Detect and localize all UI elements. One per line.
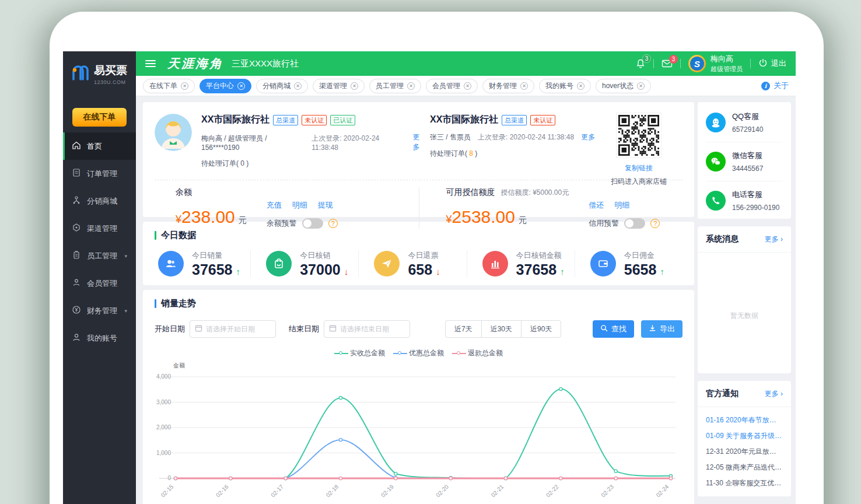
close-icon[interactable]: ✕ xyxy=(294,82,302,90)
range-90d-button[interactable]: 近90天 xyxy=(521,320,561,338)
system-messages-card: 系统消息 更多 › 暂无数据 xyxy=(698,226,791,373)
close-icon[interactable]: ✕ xyxy=(520,82,528,90)
legend-label: 优惠总金额 xyxy=(409,348,444,358)
start-date-field[interactable] xyxy=(190,320,276,338)
notice-item[interactable]: 12-31 2020年元旦放假通知 xyxy=(706,444,783,460)
legend-item-received[interactable]: 实收总金额 xyxy=(334,348,385,358)
chevron-down-icon: ▾ xyxy=(124,308,127,314)
detail-link[interactable]: 明细 xyxy=(614,200,629,211)
logo: 易买票 1230U.COM xyxy=(63,51,136,96)
notice-item[interactable]: 01-16 2020年春节放假通知 xyxy=(706,412,783,428)
messages-more-link[interactable]: 更多 › xyxy=(765,235,783,244)
withdraw-link[interactable]: 提现 xyxy=(318,200,333,211)
search-label: 查找 xyxy=(611,324,626,334)
qq-service-item[interactable]: QQ客服 65729140 xyxy=(706,103,783,142)
sidebar-item-home[interactable]: 首页 xyxy=(63,132,136,160)
repay-link[interactable]: 偿还 xyxy=(589,200,604,211)
tab-label: 平台中心 xyxy=(206,81,234,91)
sidebar-item-label: 财务管理 xyxy=(87,306,117,316)
tab-my-account[interactable]: 我的账号✕ xyxy=(539,79,591,93)
tab-online-order[interactable]: 在线下单✕ xyxy=(143,79,195,93)
close-icon[interactable]: ✕ xyxy=(407,82,415,90)
sidebar-item-members[interactable]: 会员管理 xyxy=(63,270,136,297)
notices-more-link[interactable]: 更多 › xyxy=(765,389,783,399)
channel-badge: 总渠道 xyxy=(502,115,527,125)
credit-block: 可用授信额度授信额度: ¥5000.00元 ¥2538.00元 偿还 明细 xyxy=(419,187,683,229)
sidebar-item-orders[interactable]: 订单管理 xyxy=(63,160,136,187)
export-button[interactable]: 导出 xyxy=(641,320,682,338)
logout-label: 退出 xyxy=(771,58,786,69)
stat-label: 今日佣金 xyxy=(624,250,664,261)
close-icon[interactable]: ✕ xyxy=(237,82,245,90)
close-icon[interactable]: ✕ xyxy=(577,82,584,90)
svg-text:02-23: 02-23 xyxy=(600,483,615,498)
credit-warn-toggle[interactable] xyxy=(624,218,645,229)
wechat-service-item[interactable]: 微信客服 34445567 xyxy=(706,142,783,181)
qq-icon xyxy=(706,113,726,132)
agency-title: XX市国际旅行社 xyxy=(430,114,498,126)
close-icon[interactable]: ✕ xyxy=(351,82,358,90)
help-icon[interactable]: ? xyxy=(328,219,338,228)
notice-item[interactable]: 11-30 企聊客服交互优化更新 xyxy=(706,475,783,491)
user-menu[interactable]: S 梅向高 超级管理员 xyxy=(688,54,743,74)
recharge-link[interactable]: 充值 xyxy=(267,200,282,211)
logo-title: 易买票 xyxy=(94,63,127,78)
end-date-field[interactable] xyxy=(324,320,410,338)
tab-label: 员工管理 xyxy=(376,81,404,91)
sidebar-item-finance[interactable]: 财务管理 ▾ xyxy=(63,297,136,324)
online-order-button[interactable]: 在线下单 xyxy=(72,108,127,127)
hamburger-menu-icon[interactable] xyxy=(145,60,156,67)
sales-trend-card: 销量走势 开始日期 结束日期 xyxy=(143,290,694,504)
about-link[interactable]: i 关于 xyxy=(761,80,789,91)
svg-text:02-24: 02-24 xyxy=(655,483,670,498)
mail-badge: 3 xyxy=(669,55,678,64)
legend-item-refund[interactable]: 退款总金额 xyxy=(452,348,503,358)
mail-icon[interactable]: 3 xyxy=(662,59,673,68)
empty-state: 暂无数据 xyxy=(698,311,791,321)
close-icon[interactable]: ✕ xyxy=(181,82,188,90)
app-window: 易买票 1230U.COM 在线下单 首页 订单管理 分销商城 渠道管理 xyxy=(63,51,796,504)
wallet-icon xyxy=(590,251,616,276)
help-icon[interactable]: ? xyxy=(650,219,660,228)
stat-value: 658 xyxy=(408,262,432,277)
tab-staff-mgmt[interactable]: 员工管理✕ xyxy=(369,79,421,93)
profile-card: XX市国际旅行社 总渠道 未认证 已认证 梅向高 / 超级管理员 / 156**… xyxy=(143,102,694,217)
sidebar-item-channels[interactable]: 渠道管理 xyxy=(63,215,136,242)
logout-button[interactable]: 退出 xyxy=(758,58,786,69)
tab-label: 分销商城 xyxy=(262,81,290,91)
copy-link[interactable]: 复制链接 xyxy=(607,163,671,173)
tab-distribution-mall[interactable]: 分销商城✕ xyxy=(256,79,308,93)
notice-item[interactable]: 12-05 微商来产品迭代更新（2019... xyxy=(706,460,783,475)
more-link[interactable]: 更多 xyxy=(581,132,595,142)
tab-member-mgmt[interactable]: 会员管理✕ xyxy=(426,79,478,93)
end-date-input[interactable] xyxy=(340,325,405,333)
range-7d-button[interactable]: 近7天 xyxy=(445,320,482,338)
notification-bell-icon[interactable]: 3 xyxy=(635,58,646,69)
balance-warn-toggle[interactable] xyxy=(302,218,323,229)
service-label: QQ客服 xyxy=(732,111,763,122)
more-link[interactable]: 更多 xyxy=(413,132,426,152)
search-button[interactable]: 查找 xyxy=(593,320,634,338)
close-icon[interactable]: ✕ xyxy=(464,82,471,90)
trend-title: 销量走势 xyxy=(161,298,196,309)
legend-item-discount[interactable]: 优惠总金额 xyxy=(393,348,444,358)
trend-arrow-icon: ↑ xyxy=(236,267,241,277)
sidebar-item-distribution[interactable]: 分销商城 xyxy=(63,187,136,215)
sidebar-item-account[interactable]: 我的账号 xyxy=(63,324,136,352)
start-date-input[interactable] xyxy=(206,325,271,333)
close-icon[interactable]: ✕ xyxy=(637,82,645,90)
detail-link[interactable]: 明细 xyxy=(292,200,307,211)
tab-hover-state[interactable]: hover状态✕ xyxy=(596,79,651,93)
notice-item[interactable]: 01-09 关于服务器升级维护的通知 xyxy=(706,428,783,444)
phone-service-item[interactable]: 电话客服 156-2990-0190 xyxy=(706,181,783,220)
tab-channel-mgmt[interactable]: 渠道管理✕ xyxy=(313,79,365,93)
network-icon xyxy=(72,195,81,206)
tab-platform-center[interactable]: 平台中心✕ xyxy=(200,79,251,93)
range-30d-button[interactable]: 近30天 xyxy=(481,320,522,338)
divider xyxy=(680,59,681,68)
chevron-down-icon: ▾ xyxy=(124,253,127,259)
tab-finance-mgmt[interactable]: 财务管理✕ xyxy=(482,79,534,93)
sidebar-item-staff[interactable]: 员工管理 ▾ xyxy=(63,242,136,270)
member-icon xyxy=(72,278,81,289)
service-label: 电话客服 xyxy=(732,190,779,200)
